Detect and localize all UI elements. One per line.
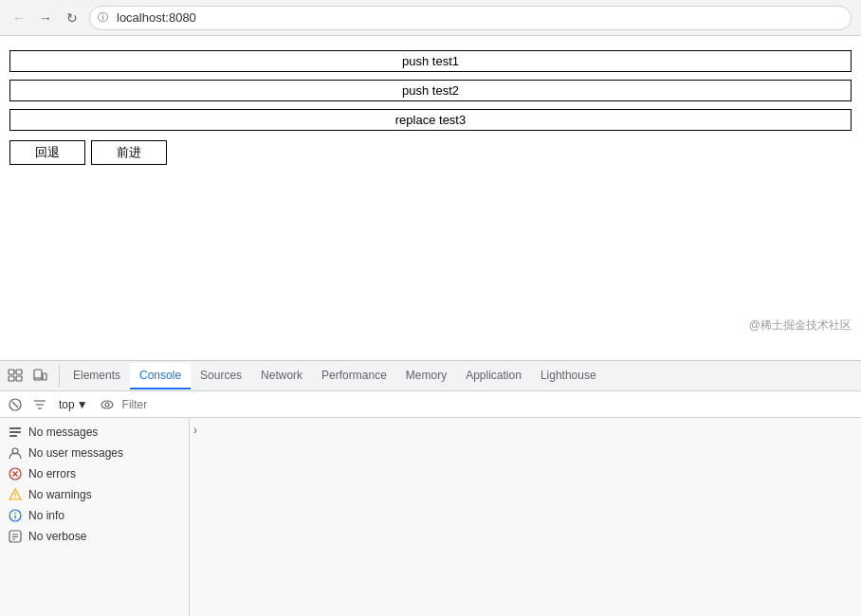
- url-text: localhost:8080: [117, 10, 196, 25]
- sidebar-item-verbose[interactable]: No verbose: [0, 526, 189, 547]
- replace-test3-button[interactable]: replace test3: [9, 109, 852, 131]
- tab-performance[interactable]: Performance: [312, 363, 396, 390]
- watermark: @稀土掘金技术社区: [749, 317, 852, 334]
- page-area: push test1 push test2 replace test3 回退 前…: [0, 36, 861, 360]
- forward-nav-button[interactable]: 前进: [91, 140, 167, 165]
- context-dropdown[interactable]: top ▼: [55, 396, 92, 413]
- tab-console[interactable]: Console: [130, 363, 191, 390]
- verbose-icon: [8, 529, 23, 544]
- console-sidebar: No messages No user messages: [0, 418, 190, 616]
- svg-rect-1: [16, 370, 22, 374]
- tab-elements[interactable]: Elements: [64, 363, 130, 390]
- devtools-tabbar: Elements Console Sources Network Perform…: [0, 361, 861, 391]
- tab-lighthouse[interactable]: Lighthouse: [531, 363, 606, 390]
- browser-chrome: ← → ↻ ⓘ localhost:8080: [0, 0, 861, 36]
- device-toolbar-button[interactable]: [28, 365, 51, 388]
- devtools-icons: [4, 365, 60, 388]
- tab-network[interactable]: Network: [251, 363, 312, 390]
- svg-rect-15: [9, 431, 21, 433]
- console-toolbar: top ▼: [0, 391, 861, 418]
- eye-icon-button[interactable]: [98, 395, 117, 414]
- sidebar-item-errors-label: No errors: [28, 467, 76, 480]
- svg-rect-3: [16, 376, 22, 381]
- svg-point-24: [14, 513, 16, 515]
- refresh-button[interactable]: ↻: [63, 9, 82, 27]
- clear-console-button[interactable]: [6, 395, 25, 414]
- sidebar-item-user-messages[interactable]: No user messages: [0, 443, 189, 463]
- svg-point-13: [105, 403, 109, 407]
- push-test2-button[interactable]: push test2: [9, 80, 852, 101]
- svg-line-8: [12, 402, 18, 408]
- address-bar[interactable]: ⓘ localhost:8080: [89, 6, 852, 30]
- forward-button[interactable]: →: [36, 9, 55, 27]
- inspect-element-button[interactable]: [4, 365, 27, 388]
- sidebar-item-warnings-label: No warnings: [28, 488, 92, 501]
- sidebar-item-user-messages-label: No user messages: [28, 446, 123, 460]
- sidebar-item-messages[interactable]: No messages: [0, 422, 189, 443]
- filter-input[interactable]: [122, 398, 855, 411]
- tab-sources[interactable]: Sources: [191, 363, 251, 390]
- svg-rect-14: [9, 427, 21, 429]
- svg-point-22: [14, 498, 15, 498]
- chevron-down-icon: ▼: [77, 398, 88, 411]
- warning-icon: [8, 487, 23, 502]
- tab-memory[interactable]: Memory: [396, 363, 456, 390]
- page-content: push test1 push test2 replace test3 回退 前…: [0, 36, 861, 179]
- sidebar-item-verbose-label: No verbose: [28, 530, 86, 543]
- secure-icon: ⓘ: [98, 10, 108, 25]
- info-icon: [8, 508, 23, 523]
- filter-button[interactable]: [30, 395, 49, 414]
- svg-rect-0: [9, 370, 14, 374]
- console-main: ›: [190, 418, 861, 616]
- user-icon: [8, 445, 23, 461]
- nav-buttons: 回退 前进: [9, 140, 852, 165]
- console-content: No messages No user messages: [0, 418, 861, 616]
- back-button[interactable]: ←: [9, 9, 28, 27]
- sidebar-item-errors[interactable]: No errors: [0, 463, 189, 484]
- sidebar-item-info[interactable]: No info: [0, 505, 189, 526]
- messages-icon: [8, 425, 23, 440]
- svg-rect-5: [43, 373, 46, 380]
- sidebar-item-messages-label: No messages: [28, 426, 98, 439]
- context-label: top: [59, 398, 75, 411]
- sidebar-item-warnings[interactable]: No warnings: [0, 484, 189, 505]
- console-prompt-icon[interactable]: ›: [193, 424, 197, 437]
- back-nav-button[interactable]: 回退: [9, 140, 85, 165]
- svg-rect-2: [9, 376, 14, 381]
- tab-application[interactable]: Application: [456, 363, 531, 390]
- push-test1-button[interactable]: push test1: [9, 50, 852, 72]
- devtools-panel: Elements Console Sources Network Perform…: [0, 360, 861, 616]
- svg-rect-16: [9, 435, 17, 437]
- svg-point-12: [101, 401, 113, 408]
- error-icon: [8, 466, 23, 481]
- sidebar-item-info-label: No info: [28, 509, 64, 522]
